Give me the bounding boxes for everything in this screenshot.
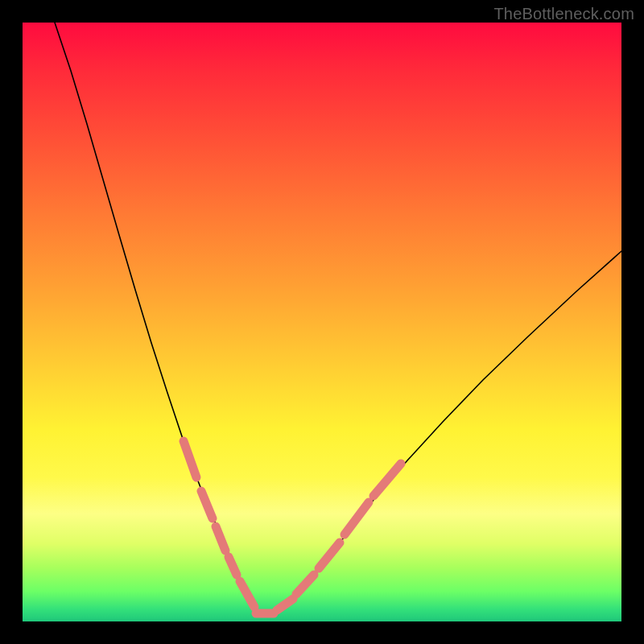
plot-area <box>23 23 621 621</box>
accent-left <box>216 526 225 551</box>
accent-left <box>184 441 196 477</box>
accent-left <box>240 581 254 607</box>
bottleneck-curve <box>55 23 621 615</box>
accent-right <box>319 543 340 568</box>
accent-right <box>345 502 369 535</box>
accent-left <box>229 557 237 575</box>
curve-svg <box>23 23 621 621</box>
accent-right <box>277 599 293 610</box>
chart-frame: TheBottleneck.com <box>0 0 644 644</box>
accent-left <box>201 491 213 518</box>
accent-segments <box>184 441 401 613</box>
accent-right <box>296 575 314 594</box>
accent-right <box>374 464 401 496</box>
watermark-label: TheBottleneck.com <box>493 5 634 23</box>
